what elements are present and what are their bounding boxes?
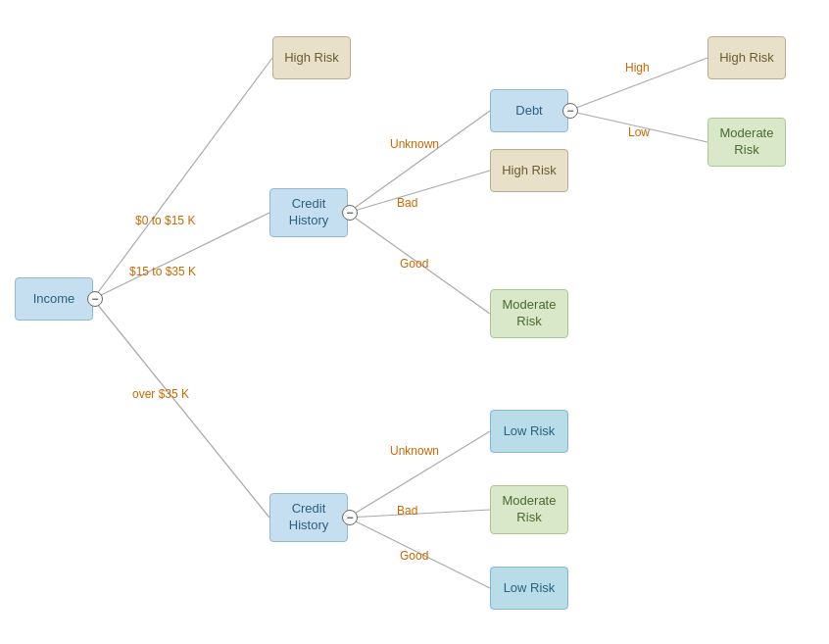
high-risk-node-1: High Risk [272, 36, 351, 79]
svg-line-5 [348, 171, 490, 213]
label-income-ch2b: over $35 K [132, 387, 189, 401]
svg-line-1 [93, 299, 269, 518]
label-ch2-bad: Bad [397, 504, 417, 518]
label-ch2-good: Good [400, 549, 428, 563]
label-ch1-good: Good [400, 257, 428, 271]
label-income-ch1: $0 to $15 K [135, 214, 195, 227]
ch1-circle: − [342, 205, 358, 221]
label-ch2-unknown: Unknown [390, 444, 439, 458]
label-income-ch2: $15 to $35 K [129, 265, 196, 278]
moderate-risk-node-2: Moderate Risk [490, 289, 568, 338]
debt-node: Debt [490, 89, 568, 132]
ch2-circle: − [342, 510, 358, 525]
debt-circle: − [562, 103, 578, 119]
income-circle: − [87, 291, 103, 307]
label-ch1-unknown: Unknown [390, 137, 439, 151]
low-risk-node-1: Low Risk [490, 410, 568, 453]
label-ch1-bad: Bad [397, 196, 417, 210]
label-debt-high: High [625, 61, 650, 74]
high-risk-node-2: High Risk [490, 149, 568, 192]
moderate-risk-node-1: Moderate Risk [707, 118, 786, 167]
credit-history-node-1: Credit History [269, 188, 348, 237]
svg-line-4 [348, 111, 490, 213]
high-risk-node-3: High Risk [707, 36, 786, 79]
low-risk-node-2: Low Risk [490, 567, 568, 610]
income-node: Income [15, 277, 93, 321]
svg-line-10 [348, 510, 490, 518]
tree-lines [0, 0, 829, 644]
credit-history-node-2: Credit History [269, 493, 348, 542]
moderate-risk-node-3: Moderate Risk [490, 485, 568, 534]
label-debt-low: Low [628, 125, 650, 139]
svg-line-3 [93, 58, 272, 299]
